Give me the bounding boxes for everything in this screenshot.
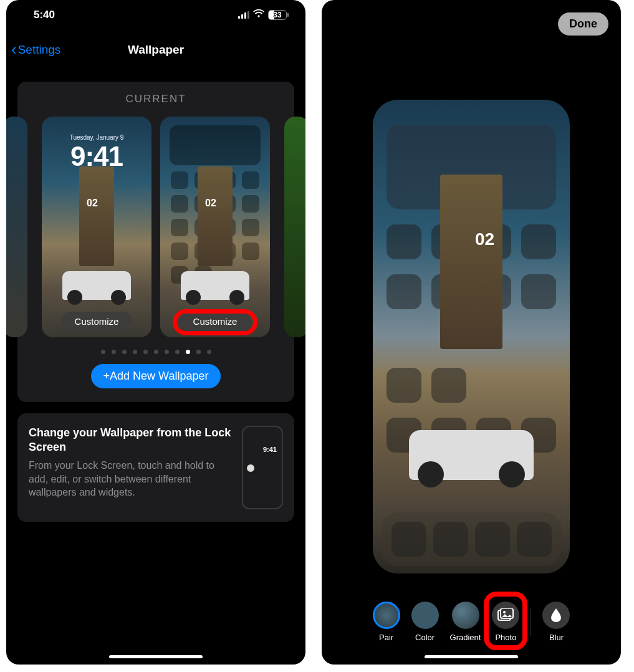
- nav-bar: ‹ Settings Wallpaper: [6, 26, 305, 73]
- tip-thumbnail-dot: [247, 464, 254, 472]
- home-screen-preview[interactable]: [373, 100, 570, 574]
- status-bar: 5:40 33: [6, 0, 305, 26]
- gradient-swatch-icon: [452, 602, 479, 629]
- customize-lockscreen-button[interactable]: Customize: [61, 312, 133, 331]
- back-button[interactable]: ‹ Settings: [11, 40, 60, 59]
- status-time: 5:40: [34, 9, 55, 21]
- blur-icon: [542, 602, 570, 629]
- wallpaper-car-art: [62, 271, 131, 300]
- tip-title: Change your Wallpaper from the Lock Scre…: [29, 426, 233, 454]
- option-label: Blur: [549, 633, 564, 642]
- carousel-page-indicator[interactable]: [17, 350, 294, 354]
- wifi-icon: [253, 9, 264, 21]
- divider: [531, 608, 531, 636]
- tip-body: From your Lock Screen, touch and hold to…: [29, 459, 233, 499]
- previous-wallpaper-peek[interactable]: [6, 117, 27, 337]
- home-indicator[interactable]: [109, 655, 203, 658]
- battery-icon: 33: [268, 10, 287, 20]
- homescreen-widget-placeholder: [170, 125, 261, 165]
- option-pair[interactable]: Pair: [373, 602, 400, 642]
- option-gradient[interactable]: Gradient: [450, 602, 481, 642]
- tip-thumbnail-time: 9:41: [263, 446, 277, 453]
- battery-percent: 33: [269, 11, 286, 19]
- option-color[interactable]: Color: [411, 602, 439, 642]
- add-new-wallpaper-button[interactable]: +Add New Wallpaper: [91, 364, 221, 388]
- option-label: Color: [415, 633, 435, 642]
- color-swatch-icon: [411, 602, 439, 629]
- status-right: 33: [238, 9, 287, 21]
- tip-thumbnail: 9:41: [242, 426, 283, 509]
- chevron-left-icon: ‹: [11, 40, 17, 59]
- done-button[interactable]: Done: [558, 12, 608, 36]
- wallpaper-car-art: [409, 430, 534, 480]
- tip-text: Change your Wallpaper from the Lock Scre…: [29, 426, 233, 509]
- homescreen-preview[interactable]: Customize: [160, 117, 270, 337]
- option-blur[interactable]: Blur: [542, 602, 570, 642]
- lockscreen-preview[interactable]: Tuesday, January 9 9:41 Customize: [42, 117, 151, 337]
- option-label: Pair: [379, 633, 393, 642]
- lockscreen-tip-card: Change your Wallpaper from the Lock Scre…: [17, 413, 294, 522]
- option-photo[interactable]: Photo: [492, 602, 519, 642]
- home-indicator[interactable]: [425, 655, 518, 658]
- customize-options-bar: Pair Color Gradient Photo Blur: [322, 602, 621, 642]
- option-label: Photo: [495, 633, 516, 642]
- dock: [382, 512, 561, 566]
- svg-point-2: [503, 611, 506, 613]
- wallpaper-car-art: [181, 271, 249, 300]
- wallpaper-building-art: [79, 166, 114, 266]
- customize-homescreen-button[interactable]: Customize: [180, 312, 251, 331]
- next-wallpaper-peek[interactable]: [284, 117, 305, 337]
- wallpaper-building-art: [198, 166, 233, 266]
- customize-home-screen: Done Pair Color Gradient Photo: [322, 0, 621, 665]
- back-label: Settings: [18, 43, 61, 57]
- settings-wallpaper-screen: 5:40 33 ‹ Settings Wallpaper CURRENT Tue…: [6, 0, 305, 665]
- cellular-signal-icon: [238, 11, 249, 19]
- photo-icon: [492, 602, 519, 629]
- current-wallpaper-card: CURRENT Tuesday, January 9 9:41 Customiz…: [17, 82, 294, 402]
- pair-swatch-icon: [373, 602, 400, 629]
- lockscreen-date: Tuesday, January 9: [70, 134, 124, 141]
- option-label: Gradient: [450, 633, 481, 642]
- app-icons-row: [387, 368, 556, 403]
- wallpaper-building-art: [440, 175, 502, 349]
- current-section-label: CURRENT: [17, 93, 294, 105]
- wallpaper-preview-carousel[interactable]: Tuesday, January 9 9:41 Customize Custom…: [17, 117, 294, 337]
